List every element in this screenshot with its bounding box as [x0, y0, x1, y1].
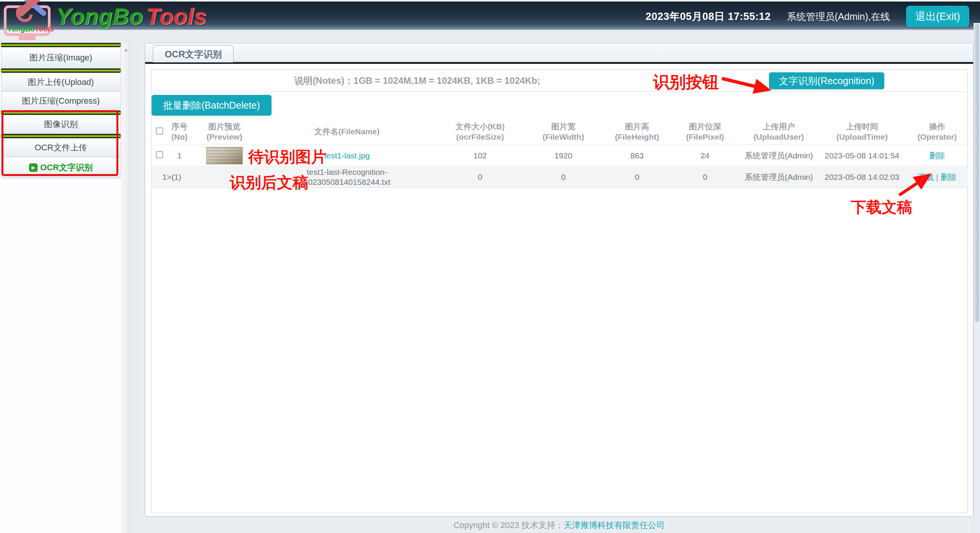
- cell-filewidth: 1920: [523, 145, 604, 166]
- notes-text: 说明(Notes)：1GB = 1024M,1M = 1024KB, 1KB =…: [152, 70, 683, 91]
- op-divider: |: [936, 173, 938, 181]
- row-checkbox[interactable]: [156, 151, 163, 158]
- footer-company-link[interactable]: 天津雍博科技有限责任公司: [564, 520, 665, 530]
- table-header-row: 序号(No) 图片预览(Preview) 文件名(FileName) 文件大小(…: [152, 119, 968, 145]
- sidebar-item-image-upload[interactable]: 图片上传(Upload): [1, 73, 121, 92]
- footer-copyright: Copyright © 2023 技术支持：: [453, 520, 564, 530]
- col-header-no: 序号(No): [167, 119, 192, 145]
- cell-filesize: 0: [437, 166, 523, 188]
- annotation-recognize-button: 识别按钮: [653, 71, 719, 93]
- page: 2023年05月08日 17:55:12 系统管理员(Admin),在线 退出(…: [0, 0, 980, 533]
- content-container: 说明(Notes)：1GB = 1024M,1M = 1024KB, 1KB =…: [151, 69, 968, 513]
- col-header-fileheight: 图片高(FileHeight): [604, 119, 671, 145]
- cell-filewidth: 0: [523, 166, 604, 188]
- annotation-recognized-doc: 识别后文稿: [230, 172, 308, 193]
- batch-delete-button[interactable]: 批量删除(BatchDelete): [152, 95, 272, 116]
- sidebar-scrollbar[interactable]: ▲: [122, 43, 130, 533]
- logo-monitor-icon: YongBoTools: [4, 5, 51, 36]
- select-all-checkbox[interactable]: [156, 127, 163, 135]
- footer: Copyright © 2023 技术支持：天津雍博科技有限责任公司: [145, 520, 973, 531]
- cell-no: 1: [167, 145, 192, 166]
- col-header-filename: 文件名(FileName): [257, 119, 437, 145]
- preview-thumbnail[interactable]: [206, 147, 243, 165]
- cell-filepixel: 24: [671, 145, 739, 166]
- cell-filepixel: 0: [671, 166, 739, 188]
- delete-link[interactable]: 删除: [941, 173, 957, 181]
- user-status-text: 系统管理员(Admin),在线: [787, 10, 890, 23]
- exit-button[interactable]: 退出(Exit): [906, 6, 969, 27]
- action-cell: 文字识别(Recognition): [683, 70, 967, 91]
- col-header-filepixel: 图片位深(FilePixel): [671, 119, 739, 145]
- tab-ocr-recognition[interactable]: OCR文字识别: [153, 45, 234, 62]
- sidebar-item-image-compress[interactable]: 图片压缩(Image): [1, 47, 121, 68]
- filename-link[interactable]: test1-last.jpg: [324, 151, 370, 160]
- cell-uploadtime: 2023-05-08 14:02:03: [818, 166, 906, 188]
- main-panel: OCR文字识别 说明(Notes)：1GB = 1024M,1M = 1024K…: [145, 43, 973, 517]
- scrollbar-thumb[interactable]: [975, 24, 979, 322]
- tab-strip: [145, 43, 973, 62]
- scroll-up-icon[interactable]: ▲: [122, 47, 130, 52]
- accordion-bar[interactable]: [1, 43, 121, 47]
- pager-text[interactable]: 1>(1): [152, 166, 192, 188]
- sidebar-item-label: 图片压缩(Image): [29, 52, 92, 64]
- app-logo: YongBoTools YongBoTools: [4, 1, 207, 39]
- cell-uploaduser: 系统管理员(Admin): [739, 166, 818, 188]
- accordion-bar[interactable]: [1, 68, 121, 73]
- col-header-filewidth: 图片宽(FileWidth): [523, 119, 604, 145]
- logo-small-text: YongBoTools: [7, 25, 54, 33]
- col-header-filesize: 文件大小(KB)(ocrFileSize): [437, 119, 523, 145]
- notes-row: 说明(Notes)：1GB = 1024M,1M = 1024KB, 1KB =…: [152, 70, 967, 92]
- col-header-uploadtime: 上传时间(UploadTime): [818, 119, 906, 145]
- download-link[interactable]: 下载: [918, 173, 934, 181]
- cell-fileheight: 0: [604, 166, 671, 188]
- brand-title: YongBoTools: [56, 3, 207, 29]
- batch-row: 批量删除(BatchDelete): [152, 92, 967, 117]
- annotation-pending-image: 待识别图片: [248, 147, 327, 168]
- sidebar-item-label: 图片压缩(Compress): [22, 95, 100, 107]
- tab-underline: [145, 62, 973, 64]
- col-header-uploaduser: 上传用户(UploadUser): [739, 119, 818, 145]
- cell-uploadtime: 2023-05-08 14:01:54: [818, 145, 906, 166]
- cell-uploaduser: 系统管理员(Admin): [739, 145, 818, 166]
- annotation-download-doc: 下载文稿: [851, 197, 912, 218]
- cell-filesize: 102: [437, 145, 523, 166]
- sidebar-item-label: 图片上传(Upload): [28, 77, 94, 88]
- delete-link[interactable]: 删除: [929, 151, 945, 160]
- sidebar-item-compress[interactable]: 图片压缩(Compress): [1, 91, 121, 111]
- page-scrollbar[interactable]: [973, 23, 980, 533]
- col-header-preview: 图片预览(Preview): [192, 119, 257, 145]
- recognition-button[interactable]: 文字识别(Recognition): [769, 72, 884, 89]
- datetime-text: 2023年05月08日 17:55:12: [646, 10, 771, 23]
- col-header-operator: 操作(Operator): [906, 119, 968, 145]
- red-highlight-rect: [2, 110, 118, 176]
- cell-fileheight: 863: [604, 145, 671, 166]
